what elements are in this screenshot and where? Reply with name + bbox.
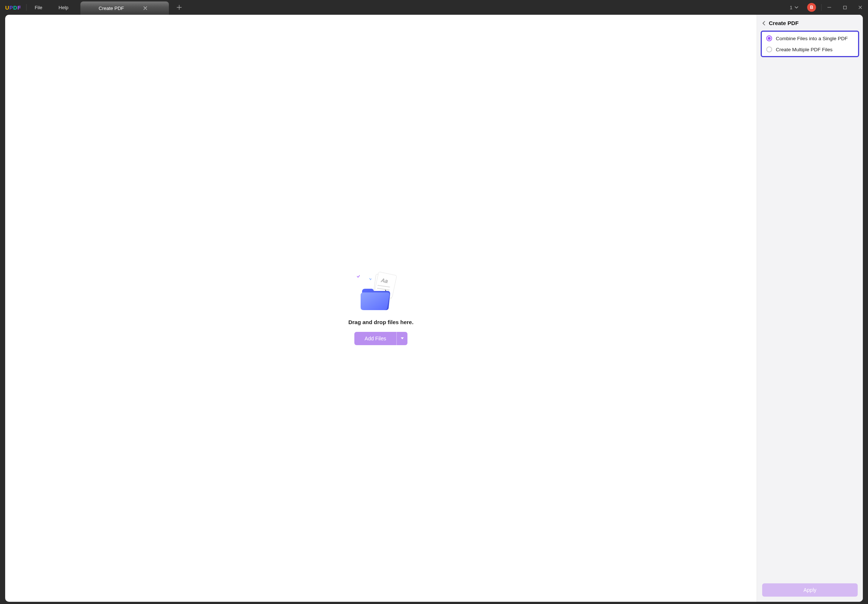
side-panel-title: Create PDF (769, 20, 799, 26)
apply-button[interactable]: Apply (762, 583, 858, 596)
titlebar: UPDF File Help Create PDF 1 B (0, 0, 868, 15)
new-tab-button[interactable] (173, 2, 185, 13)
drop-zone[interactable]: Aa (5, 15, 756, 602)
add-files-button[interactable]: Add Files (354, 332, 408, 345)
side-panel-header: Create PDF (757, 15, 863, 31)
menu-help[interactable]: Help (51, 0, 77, 15)
svg-rect-0 (843, 6, 846, 9)
add-files-label: Add Files (354, 336, 397, 341)
maximize-button[interactable] (837, 0, 852, 15)
option-label: Combine Files into a Single PDF (776, 36, 848, 41)
tab-create-pdf[interactable]: Create PDF (81, 2, 169, 15)
close-button[interactable] (852, 0, 868, 15)
option-label: Create Multiple PDF Files (776, 47, 832, 53)
minimize-button[interactable] (822, 0, 837, 15)
window-count-dropdown[interactable]: 1 (786, 5, 802, 10)
close-icon[interactable] (142, 5, 148, 11)
dropdown-value: 1 (790, 5, 792, 10)
chevron-left-icon (762, 21, 765, 25)
add-files-dropdown[interactable] (397, 332, 408, 345)
tab-title: Create PDF (99, 6, 124, 11)
svg-text:Aa: Aa (380, 277, 388, 284)
option-combine-files[interactable]: Combine Files into a Single PDF (766, 36, 854, 41)
caret-down-icon (401, 338, 404, 339)
chevron-down-icon (795, 6, 798, 8)
create-pdf-options: Combine Files into a Single PDF Create M… (761, 31, 859, 57)
app-logo: UPDF (0, 5, 26, 11)
content-area: Aa (5, 15, 863, 602)
folder-illustration: Aa (357, 272, 405, 312)
radio-selected-icon (766, 36, 772, 41)
avatar[interactable]: B (807, 3, 816, 12)
option-multiple-files[interactable]: Create Multiple PDF Files (766, 46, 854, 53)
menu-file[interactable]: File (26, 0, 51, 15)
radio-unselected-icon (766, 46, 772, 53)
back-button[interactable] (762, 21, 765, 25)
side-panel: Create PDF Combine Files into a Single P… (756, 15, 863, 602)
drop-zone-text: Drag and drop files here. (349, 319, 414, 325)
